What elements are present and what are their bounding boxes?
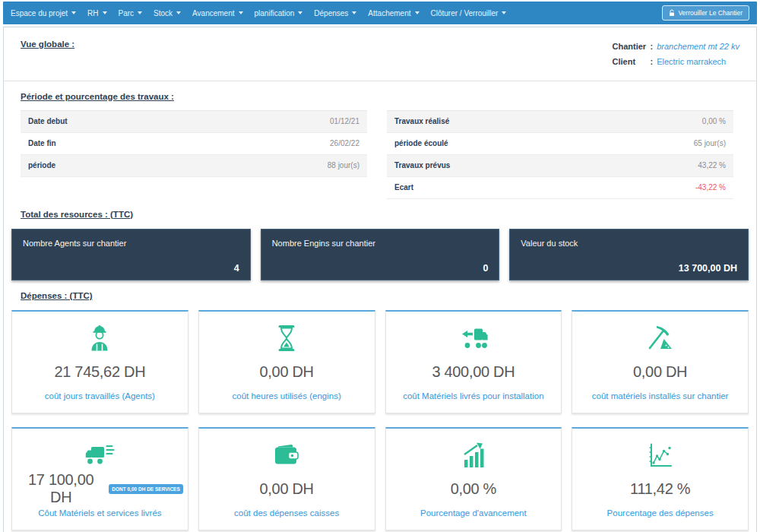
nav-cloturer-verrouiller[interactable]: Clôturer / Verrouiller <box>431 9 507 17</box>
card-amount: 0,00 % <box>451 480 496 498</box>
materials-services-delivered-link[interactable]: Côut Matériels et services livrés <box>38 508 161 518</box>
materials-services-delivered-card: 17 100,00 DH DONT 0,00 DH DE SERVICES Cô… <box>11 427 188 530</box>
caret-down-icon <box>71 11 76 14</box>
nav-depenses[interactable]: Dépenses <box>314 9 356 17</box>
card-amount: 0,00 DH <box>259 480 313 498</box>
chart-up-icon <box>460 441 487 470</box>
nav-label: Espace du projet <box>11 9 68 17</box>
header-divider <box>4 81 756 81</box>
row-label: Date fin <box>28 139 56 147</box>
chantier-label: Chantier <box>612 40 650 55</box>
materials-installed-link[interactable]: coût matériels installés sur chantier <box>592 391 729 401</box>
progress-table: Travaux réalisé 0,00 % période écoulé 65… <box>387 110 733 199</box>
table-row: Ecart -43,22 % <box>387 177 733 199</box>
row-value: 88 jour(s) <box>328 161 359 169</box>
table-row: Date fin 26/02/22 <box>21 133 367 155</box>
table-row: période écoulé 65 jour(s) <box>387 133 733 155</box>
engins-hours-cost-link[interactable]: coût heures utilisés (engins) <box>233 391 341 401</box>
nav-label: Parc <box>119 9 135 17</box>
card-value: 13 700,00 DH <box>679 263 737 274</box>
materials-installed-card: 0,00 DH coût matériels installés sur cha… <box>572 310 749 413</box>
row-value: 26/02/22 <box>330 139 359 147</box>
nav-avancement[interactable]: Avancement <box>192 9 242 17</box>
truck-loading-icon <box>458 324 489 353</box>
row-value: 01/12/21 <box>330 117 359 125</box>
nav-espace-du-projet[interactable]: Espace du projet <box>11 9 76 17</box>
row-label: Travaux prévus <box>394 161 450 169</box>
row-value: 65 jour(s) <box>694 139 726 147</box>
nav-planification[interactable]: planification <box>255 9 303 17</box>
cash-expenses-link[interactable]: coût des dépenses caisses <box>234 508 339 518</box>
expenses-cards: 21 745,62 DH coût jours travaillés (Agen… <box>11 310 749 530</box>
row-label: Travaux réalisé <box>394 117 449 125</box>
client-value-link[interactable]: Electric marrakech <box>657 55 726 70</box>
overview-header: Vue globale : Chantier : branchement mt … <box>4 27 756 70</box>
caret-down-icon <box>239 11 243 14</box>
engins-count-card: Nombre Engins sur chantier 0 <box>261 229 500 280</box>
card-value: 0 <box>483 263 488 274</box>
progress-percentage-link[interactable]: Pourcentage d'avancement <box>420 508 527 518</box>
lock-button-label: Verrouiller Le Chantier <box>678 9 743 17</box>
caret-down-icon <box>502 11 506 14</box>
client-separator: : <box>650 55 653 70</box>
agents-cost-card: 21 745,62 DH coût jours travaillés (Agen… <box>11 310 188 413</box>
progress-percentage-card: 0,00 % Pourcentage d'avancement <box>385 427 562 530</box>
caret-down-icon <box>138 11 142 14</box>
services-amount-badge: DONT 0,00 DH DE SERVICES <box>109 484 182 494</box>
resources-cards: Nombre Agents sur chantier 4 Nombre Engi… <box>11 229 749 280</box>
caret-down-icon <box>176 11 181 14</box>
card-amount: 0,00 DH <box>633 363 687 381</box>
chantier-value-link[interactable]: branchement mt 22 kv <box>657 40 739 55</box>
nav-stock[interactable]: Stock <box>154 9 181 17</box>
nav-label: Stock <box>154 9 173 17</box>
row-label: période écoulé <box>394 139 448 147</box>
nav-attachement[interactable]: Attachement <box>368 9 419 17</box>
nav-label: Dépenses <box>314 9 348 17</box>
delivery-truck-icon <box>84 441 115 470</box>
main-content: Vue globale : Chantier : branchement mt … <box>3 27 757 532</box>
client-line: Client : Electric marrakech <box>612 55 739 70</box>
nav-label: Clôturer / Verrouiller <box>431 9 499 17</box>
wallet-icon <box>274 441 299 470</box>
card-amount: 21 745,62 DH <box>54 363 145 381</box>
nav-label: RH <box>87 9 98 17</box>
page-title: Vue globale : <box>21 40 74 49</box>
chantier-line: Chantier : branchement mt 22 kv <box>612 40 739 55</box>
project-info: Chantier : branchement mt 22 kv Client :… <box>612 40 739 70</box>
nav-parc[interactable]: Parc <box>119 9 143 17</box>
worker-icon <box>87 324 112 353</box>
line-chart-icon <box>647 441 674 470</box>
nav-label: Attachement <box>368 9 410 17</box>
card-label: Valeur du stock <box>521 239 737 248</box>
expenses-percentage-link[interactable]: Pourcentage des dépenses <box>607 508 714 518</box>
row-value: 0,00 % <box>702 117 726 125</box>
table-row: période 88 jour(s) <box>21 155 367 177</box>
nav-rh[interactable]: RH <box>87 9 106 17</box>
materials-delivered-install-link[interactable]: coût Matériels livrés pour installation <box>403 391 543 401</box>
engins-hours-cost-card: 0,00 DH coût heures utilisés (engins) <box>198 310 375 413</box>
pickaxe-icon <box>647 324 674 353</box>
card-label: Nombre Agents sur chantier <box>23 239 239 248</box>
agents-cost-link[interactable]: coût jours travaillés (Agents) <box>45 391 155 401</box>
unlock-icon <box>669 9 675 17</box>
expenses-section-title: Dépenses : (TTC) <box>21 291 739 300</box>
caret-down-icon <box>415 11 420 14</box>
top-navbar: Espace du projet RH Parc Stock Avancemen… <box>3 2 757 24</box>
expenses-percentage-card: 111,42 % Pourcentage des dépenses <box>572 427 749 530</box>
caret-down-icon <box>352 11 356 14</box>
card-amount: 0,00 DH <box>259 363 313 381</box>
row-label: période <box>28 161 55 169</box>
lock-chantier-button[interactable]: Verrouiller Le Chantier <box>662 5 749 21</box>
card-amount: 3 400,00 DH <box>432 363 515 381</box>
table-row: Travaux prévus 43,22 % <box>387 155 733 177</box>
client-label: Client <box>612 55 650 70</box>
cash-expenses-card: 0,00 DH coût des dépenses caisses <box>198 427 375 530</box>
row-label: Ecart <box>394 183 413 192</box>
caret-down-icon <box>103 11 107 14</box>
card-amount: 17 100,00 DH <box>17 471 105 506</box>
agents-count-card: Nombre Agents sur chantier 4 <box>11 229 251 280</box>
row-value-negative: -43,22 % <box>695 183 726 192</box>
resources-section-title: Total des resources : (TTC) <box>21 210 739 219</box>
chantier-separator: : <box>650 40 653 55</box>
nav-label: planification <box>255 9 295 17</box>
